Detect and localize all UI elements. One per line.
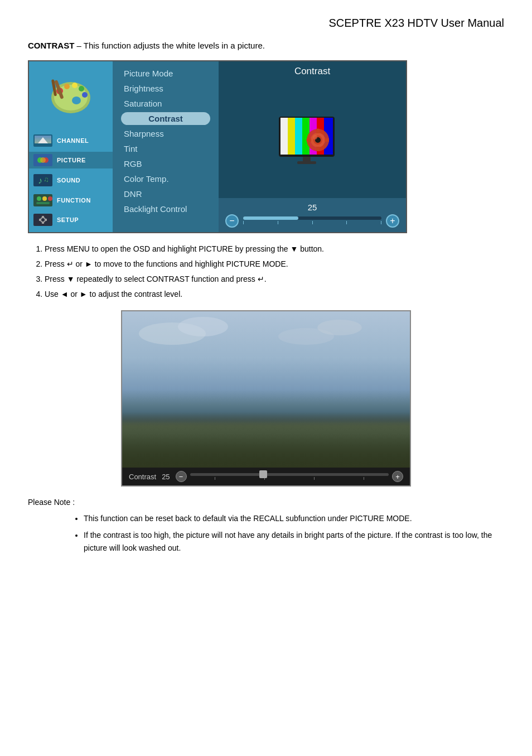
osd-middle-panel: Picture Mode Brightness Saturation Contr… [113, 61, 219, 232]
instructions-list: Press MENU to open the OSD and highlight… [45, 243, 504, 300]
svg-point-25 [48, 196, 52, 201]
svg-rect-33 [45, 219, 47, 221]
svg-text:♪: ♪ [38, 176, 42, 185]
slider-fill [243, 216, 298, 220]
channel-label: CHANNEL [57, 137, 89, 144]
note-item-2: If the contrast is too high, the picture… [84, 529, 504, 554]
osd-item-saturation[interactable]: Saturation [121, 97, 210, 110]
screenshot-area: Contrast 25 − + [121, 310, 411, 487]
osd-right-header: Contrast [219, 61, 406, 81]
screen-slider-row: − + [176, 471, 403, 482]
screen-plus-button[interactable]: + [392, 471, 403, 482]
osd-item-rgb[interactable]: RGB [121, 157, 210, 170]
svg-point-5 [64, 84, 70, 89]
svg-rect-52 [325, 138, 329, 142]
osd-item-brightness[interactable]: Brightness [121, 82, 210, 95]
note-item-1: This function can be reset back to defau… [84, 512, 504, 524]
svg-point-6 [72, 83, 78, 88]
tick [381, 221, 381, 224]
please-note-heading: Please Note : [28, 498, 504, 507]
tick [278, 221, 278, 224]
svg-point-8 [82, 92, 88, 98]
svg-rect-43 [303, 157, 311, 161]
note-bullets: This function can be reset back to defau… [84, 512, 504, 554]
osd-right-slider-area: 25 − + [219, 198, 406, 232]
osd-item-color-temp[interactable]: Color Temp. [121, 172, 210, 185]
page-header: SCEPTRE X23 HDTV User Manual [28, 17, 504, 30]
please-note-section: Please Note : This function can be reset… [28, 498, 504, 554]
svg-rect-32 [39, 219, 41, 221]
contrast-intro: CONTRAST – This function adjusts the whi… [28, 41, 504, 50]
tv-preview-icon [276, 112, 349, 168]
osd-item-contrast[interactable]: Contrast [121, 112, 210, 125]
osd-item-dnr[interactable]: DNR [121, 187, 210, 200]
contrast-text: – This function adjusts the white levels… [74, 41, 265, 50]
screenshot-sky [122, 311, 410, 468]
osd-left-panel: CHANNEL PICTURE [29, 61, 113, 232]
slider-row: − + [225, 214, 399, 228]
svg-rect-44 [297, 161, 316, 164]
tick [346, 221, 347, 224]
picture-icon [33, 153, 52, 167]
palette-icon [46, 70, 96, 120]
svg-rect-36 [280, 118, 288, 155]
svg-rect-37 [288, 118, 295, 155]
svg-rect-38 [295, 118, 302, 155]
instruction-1: Press MENU to open the OSD and highlight… [45, 243, 504, 255]
slider-ticks [243, 220, 381, 225]
plus-button[interactable]: + [386, 214, 399, 228]
setup-icon [33, 213, 52, 227]
svg-point-7 [79, 86, 84, 92]
svg-text:♫: ♫ [43, 175, 49, 184]
screen-slider-track[interactable] [190, 473, 389, 476]
page-title: SCEPTRE X23 HDTV User Manual [328, 17, 504, 29]
osd-item-backlight[interactable]: Backlight Control [121, 203, 210, 215]
setup-label: SETUP [57, 216, 79, 223]
slider-value: 25 [225, 203, 399, 212]
osd-item-sharpness[interactable]: Sharpness [121, 127, 210, 140]
svg-point-29 [41, 218, 45, 221]
screen-minus-button[interactable]: − [176, 471, 187, 482]
screen-ticks [190, 476, 389, 480]
svg-point-18 [40, 157, 46, 163]
picture-label: PICTURE [57, 157, 86, 163]
osd-menu-channel[interactable]: CHANNEL [29, 132, 113, 149]
osd-item-picture-mode[interactable]: Picture Mode [121, 67, 210, 80]
osd-menu-function[interactable]: FUNCTION [29, 192, 113, 209]
instructions: Press MENU to open the OSD and highlight… [28, 243, 504, 300]
svg-rect-19 [33, 174, 52, 186]
tick [312, 221, 313, 224]
screenshot-bottom-bar: Contrast 25 − + [122, 468, 410, 485]
screen-contrast-label: Contrast [129, 473, 156, 481]
osd-left-menu: CHANNEL PICTURE [29, 128, 113, 232]
channel-icon [33, 134, 52, 147]
osd-right-panel: Contrast [219, 61, 406, 232]
svg-point-24 [42, 196, 47, 201]
instruction-3: Press ▼ repeatedly to select CONTRAST fu… [45, 273, 504, 285]
minus-button[interactable]: − [225, 214, 239, 228]
tick [314, 477, 315, 480]
osd-top-icon [29, 61, 113, 128]
function-label: FUNCTION [57, 197, 91, 204]
screen-contrast-value: 25 [162, 473, 170, 481]
svg-rect-31 [42, 221, 44, 224]
sound-icon: ♪ ♫ [33, 174, 52, 187]
svg-point-23 [37, 196, 41, 201]
osd-menu-sound[interactable]: ♪ ♫ SOUND [29, 172, 113, 189]
tick [215, 477, 215, 480]
osd-menu-setup[interactable]: SETUP [29, 211, 113, 228]
svg-rect-26 [36, 202, 50, 204]
osd-item-tint[interactable]: Tint [121, 142, 210, 155]
sound-label: SOUND [57, 177, 80, 184]
svg-rect-50 [316, 147, 320, 151]
instruction-2: Press ↵ or ► to move to the functions an… [45, 258, 504, 270]
slider-track[interactable] [243, 216, 381, 220]
tick [364, 477, 364, 480]
svg-rect-30 [42, 216, 44, 218]
note-list: This function can be reset back to defau… [84, 512, 504, 554]
osd-menu-picture[interactable]: PICTURE [29, 152, 113, 168]
function-icon [33, 194, 52, 207]
osd-menu: CHANNEL PICTURE [28, 60, 407, 233]
osd-right-preview [219, 81, 406, 198]
screen-slider-thumb [259, 470, 267, 478]
